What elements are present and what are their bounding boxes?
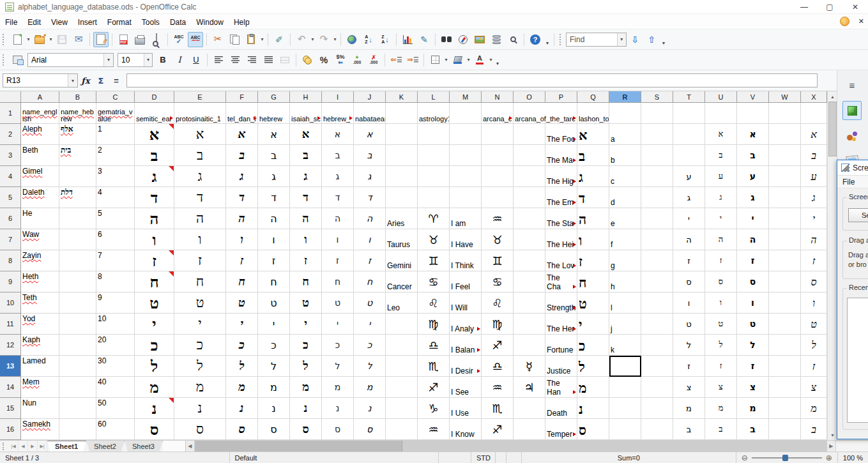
cell-T8[interactable]: ז — [673, 250, 705, 271]
cell-S15[interactable] — [641, 398, 673, 419]
cell-B1[interactable]: name_hebrew — [59, 103, 96, 124]
cell-V8[interactable]: ז — [737, 250, 769, 271]
cell-X10[interactable]: ו — [801, 292, 827, 314]
zoom-button[interactable] — [505, 32, 521, 47]
cell-K9[interactable]: Cancer — [386, 271, 418, 292]
cell-N3[interactable] — [482, 145, 514, 166]
cell-L6[interactable]: ♈ — [418, 208, 450, 229]
column-header-F[interactable]: F — [226, 91, 258, 103]
close-document-icon[interactable]: ✕ — [858, 17, 864, 26]
sidebar-tab-gallery[interactable] — [842, 126, 862, 146]
new-document-dropdown-icon[interactable]: ▾ — [26, 32, 31, 47]
cell-B11[interactable] — [59, 314, 96, 335]
cell-D10[interactable]: ט — [135, 292, 174, 314]
cell-L1[interactable]: astrology1 — [418, 103, 450, 124]
cell-W7[interactable] — [769, 229, 801, 250]
cell-G3[interactable]: ב — [258, 145, 290, 166]
page-preview-button[interactable] — [149, 32, 164, 47]
cell-G5[interactable]: ד — [258, 187, 290, 208]
row-header-1[interactable]: 1 — [0, 103, 21, 124]
cell-I1[interactable]: hebrew_ — [322, 103, 354, 124]
previous-sheet-button[interactable]: ◀ — [19, 441, 28, 452]
row-header-16[interactable]: 16 — [0, 419, 21, 440]
cell-H11[interactable]: י — [290, 314, 322, 335]
navigator-button[interactable] — [455, 32, 471, 47]
cell-A14[interactable]: Mem — [21, 377, 59, 398]
cell-L9[interactable]: ♋ — [418, 271, 450, 292]
cell-E12[interactable]: כ — [174, 335, 226, 356]
cell-M11[interactable]: I Analy — [450, 314, 482, 335]
cell-X11[interactable]: ט — [801, 314, 827, 335]
cell-P14[interactable]: The Han — [545, 377, 577, 398]
sidebar-menu-button[interactable]: ≡ — [842, 75, 862, 95]
column-header-C[interactable]: C — [96, 91, 135, 103]
cell-W2[interactable] — [769, 124, 801, 145]
cell-J2[interactable]: א — [354, 124, 386, 145]
paste-button[interactable] — [243, 32, 259, 47]
cell-H13[interactable]: ל — [290, 356, 322, 377]
menu-window[interactable]: Window — [191, 16, 229, 29]
overlay-title-bar[interactable]: Scree — [837, 160, 868, 176]
cell-O7[interactable] — [514, 229, 545, 250]
maximize-button[interactable]: ▢ — [817, 0, 842, 13]
hscroll-left-icon[interactable]: ◀ — [186, 441, 195, 452]
cell-S10[interactable] — [641, 292, 673, 314]
cell-B6[interactable] — [59, 208, 96, 229]
cell-R7[interactable]: f — [609, 229, 641, 250]
cell-A2[interactable]: Aleph — [21, 124, 59, 145]
background-color-button[interactable] — [450, 52, 465, 68]
row-header-14[interactable]: 14 — [0, 377, 21, 398]
cell-A8[interactable]: Zayin — [21, 250, 59, 271]
cell-O12[interactable] — [514, 335, 545, 356]
cell-G14[interactable]: מ — [258, 377, 290, 398]
row-header-8[interactable]: 8 — [0, 250, 21, 271]
cell-K2[interactable] — [386, 124, 418, 145]
vertical-scrollbar[interactable]: ▲ ▼ — [827, 91, 837, 440]
cell-E8[interactable]: ז — [174, 250, 226, 271]
cell-J1[interactable]: nabataean — [354, 103, 386, 124]
hscroll-right-icon[interactable]: ▶ — [827, 441, 836, 452]
cell-U10[interactable]: ו — [705, 292, 737, 314]
cell-U16[interactable]: ב — [705, 419, 737, 440]
cell-W10[interactable] — [769, 292, 801, 314]
cell-N2[interactable] — [482, 124, 514, 145]
cell-V13[interactable]: ז — [737, 356, 769, 377]
row-header-4[interactable]: 4 — [0, 166, 21, 187]
cell-N12[interactable]: ♐ — [482, 335, 514, 356]
cell-W1[interactable] — [769, 103, 801, 124]
cell-U5[interactable]: ג — [705, 187, 737, 208]
cell-L13[interactable]: ♏ — [418, 356, 450, 377]
cell-R3[interactable]: b — [609, 145, 641, 166]
column-header-V[interactable]: V — [737, 91, 769, 103]
cell-Q16[interactable]: ס — [577, 419, 609, 440]
vertical-scrollbar-thumb[interactable] — [828, 102, 837, 156]
cell-R16[interactable] — [609, 419, 641, 440]
cell-M1[interactable] — [450, 103, 482, 124]
cell-M7[interactable]: I Have — [450, 229, 482, 250]
cell-X15[interactable]: מ — [801, 398, 827, 419]
background-color-dropdown-icon[interactable]: ▾ — [466, 52, 471, 68]
sheet-tab-sheet1[interactable]: Sheet1 — [47, 441, 86, 452]
show-draw-functions-button[interactable]: ✎ — [416, 32, 432, 47]
cell-O2[interactable] — [514, 124, 545, 145]
cell-N10[interactable]: ♌ — [482, 292, 514, 314]
cell-E10[interactable]: ט — [174, 292, 226, 314]
spellcheck-button[interactable]: ABC✓ — [171, 32, 187, 47]
cell-E11[interactable]: י — [174, 314, 226, 335]
tabbar-grip[interactable] — [3, 443, 6, 450]
cell-Q8[interactable]: ז — [577, 250, 609, 271]
column-header-P[interactable]: P — [545, 91, 577, 103]
cell-T14[interactable]: צ — [673, 377, 705, 398]
cell-V5[interactable]: ג — [737, 187, 769, 208]
number-standard-button[interactable]: $%⇐ — [333, 52, 348, 68]
cell-B15[interactable] — [59, 398, 96, 419]
decrease-indent-button[interactable]: ⇐ — [388, 52, 404, 68]
cell-W14[interactable] — [769, 377, 801, 398]
cut-button[interactable]: ✂ — [210, 32, 225, 47]
cell-Q4[interactable]: ג — [577, 166, 609, 187]
row-header-3[interactable]: 3 — [0, 145, 21, 166]
menu-tools[interactable]: Tools — [137, 16, 165, 29]
cell-A5[interactable]: Daleth — [21, 187, 59, 208]
cell-E5[interactable]: ד — [174, 187, 226, 208]
data-sources-button[interactable] — [489, 32, 504, 47]
